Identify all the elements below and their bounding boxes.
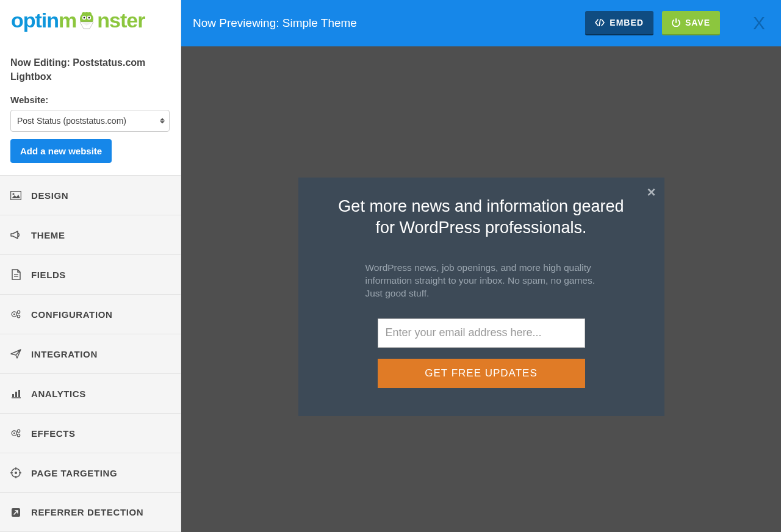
nav-label: THEME [31,230,65,240]
preview-title: Now Previewing: Simple Theme [193,16,357,30]
logo-part1: optin [11,9,59,32]
nav-label: EFFECTS [31,428,76,439]
svg-point-6 [88,17,90,19]
logo: optinmnster [0,0,181,42]
nav-label: ANALYTICS [31,389,86,399]
svg-point-21 [17,430,20,433]
lightbox-close-icon[interactable]: × [647,185,655,200]
lightbox-description: WordPress news, job openings, and more h… [365,262,597,300]
svg-point-1 [82,12,85,16]
save-button[interactable]: SAVE [662,11,720,35]
nav-label: CONFIGURATION [31,309,112,320]
svg-point-8 [12,193,14,195]
sidebar-nav: DESIGN THEME FIELDS CONFIGURATION INTEGR… [0,175,181,532]
nav-item-analytics[interactable]: ANALYTICS [0,373,181,413]
paper-plane-icon [10,349,21,359]
svg-point-24 [15,472,17,474]
logo-part3: nster [97,9,145,32]
preview-canvas: × Get more news and information geared f… [181,46,781,532]
bar-chart-icon [10,389,21,398]
svg-point-22 [17,434,20,437]
nav-label: PAGE TARGETING [31,468,117,478]
nav-item-theme[interactable]: THEME [0,215,181,254]
monster-head-icon [76,10,97,31]
bullhorn-icon [10,230,21,240]
code-icon [595,19,605,26]
nav-label: FIELDS [31,270,66,280]
lightbox-submit-button[interactable]: GET FREE UPDATES [378,359,585,388]
nav-item-design[interactable]: DESIGN [0,175,181,215]
svg-point-12 [13,314,15,315]
nav-label: DESIGN [31,190,68,201]
add-website-button[interactable]: Add a new website [10,139,112,163]
now-editing-label: Now Editing: Poststatus.com Lightbox [10,56,170,84]
embed-button[interactable]: EMBED [585,11,653,35]
nav-label: INTEGRATION [31,349,98,359]
topbar: Now Previewing: Simple Theme EMBED SAVE … [181,0,781,46]
topbar-actions: EMBED SAVE X [585,0,781,46]
sidebar-info: Now Editing: Poststatus.com Lightbox Web… [0,42,181,175]
main: Now Previewing: Simple Theme EMBED SAVE … [181,0,781,532]
cogs-icon [10,428,21,438]
svg-point-5 [84,17,85,19]
nav-label: REFERRER DETECTION [31,507,143,517]
crosshairs-icon [10,467,21,478]
file-icon [10,269,21,280]
svg-point-14 [17,315,20,318]
svg-rect-16 [12,394,14,397]
close-editor-button[interactable]: X [737,0,781,46]
external-link-icon [10,508,21,517]
cogs-icon [10,309,21,319]
image-icon [10,191,21,200]
website-select[interactable]: Post Status (poststatus.com) [10,110,170,132]
svg-rect-7 [11,191,21,200]
svg-point-2 [88,12,92,16]
lightbox-title: Get more news and information geared for… [338,196,625,239]
nav-item-effects[interactable]: EFFECTS [0,413,181,453]
lightbox-email-input[interactable] [378,318,585,348]
website-select-wrap: Post Status (poststatus.com) [10,110,170,132]
embed-label: EMBED [610,18,644,27]
svg-rect-18 [18,390,20,397]
lightbox-optin: × Get more news and information geared f… [298,178,664,416]
svg-rect-17 [15,392,17,397]
website-label: Website: [10,95,170,105]
sidebar: optinmnster Now Editing: Poststatus.com … [0,0,181,532]
nav-item-page-targeting[interactable]: PAGE TARGETING [0,453,181,492]
power-icon [672,18,680,27]
nav-item-configuration[interactable]: CONFIGURATION [0,294,181,334]
nav-item-integration[interactable]: INTEGRATION [0,334,181,373]
save-label: SAVE [685,18,710,27]
logo-text: optinmnster [11,9,145,32]
svg-point-13 [17,311,20,314]
svg-point-20 [13,433,15,434]
nav-item-fields[interactable]: FIELDS [0,254,181,294]
logo-part2: m [59,9,76,32]
nav-item-referrer-detection[interactable]: REFERRER DETECTION [0,492,181,532]
